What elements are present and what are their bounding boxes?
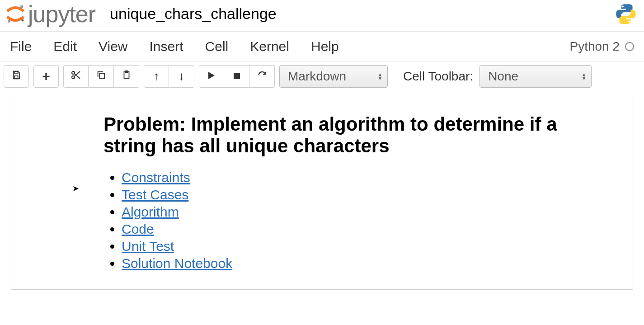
- paste-icon: [122, 70, 132, 83]
- menu-help[interactable]: Help: [311, 39, 339, 54]
- arrow-up-icon: ↑: [154, 69, 160, 83]
- save-button[interactable]: [4, 65, 29, 88]
- copy-button[interactable]: [89, 65, 114, 88]
- refresh-icon: [257, 70, 267, 83]
- cell-toolbar-value: None: [488, 69, 518, 84]
- run-button[interactable]: [199, 65, 224, 88]
- toolbar: + ↑ ↓: [0, 61, 644, 91]
- plus-icon: +: [42, 69, 50, 84]
- restart-button[interactable]: [249, 65, 275, 88]
- svg-point-2: [22, 19, 24, 21]
- list-item: Solution Notebook: [122, 256, 604, 271]
- toc-list: Constraints Test Cases Algorithm Code Un…: [103, 170, 604, 271]
- cell-type-select[interactable]: Markdown ▲▼: [279, 65, 388, 88]
- svg-point-8: [72, 76, 75, 79]
- move-up-button[interactable]: ↑: [144, 65, 169, 88]
- markdown-cell[interactable]: Problem: Implement an algorithm to deter…: [11, 97, 633, 290]
- svg-rect-5: [14, 71, 18, 74]
- menu-insert[interactable]: Insert: [150, 39, 183, 54]
- menu-file[interactable]: File: [10, 39, 32, 54]
- problem-heading: Problem: Implement an algorithm to deter…: [103, 113, 604, 157]
- paste-button[interactable]: [114, 65, 139, 88]
- python-kernel-logo-icon: [613, 1, 639, 27]
- svg-point-7: [72, 71, 75, 74]
- jupyter-logo-icon: [5, 4, 25, 24]
- jupyter-logo[interactable]: jupyter: [5, 0, 95, 28]
- menu-edit[interactable]: Edit: [53, 39, 77, 54]
- notebook-name[interactable]: unique_chars_challenge: [110, 5, 277, 23]
- toc-link-code[interactable]: Code: [122, 221, 154, 236]
- cell-toolbar-select[interactable]: None ▲▼: [479, 65, 592, 88]
- menu-cell[interactable]: Cell: [205, 39, 229, 54]
- list-item: Algorithm: [122, 204, 604, 220]
- add-cell-button[interactable]: +: [33, 65, 59, 88]
- scissors-icon: [71, 70, 81, 83]
- move-button-group: ↑ ↓: [144, 65, 194, 88]
- svg-rect-6: [14, 75, 18, 78]
- kernel-name: Python 2: [569, 39, 620, 54]
- cell-toolbar-label: Cell Toolbar:: [403, 69, 473, 84]
- interrupt-button[interactable]: [224, 65, 249, 88]
- svg-rect-9: [99, 73, 104, 78]
- cut-button[interactable]: [63, 65, 89, 88]
- toc-link-testcases[interactable]: Test Cases: [122, 187, 188, 202]
- run-button-group: [199, 65, 275, 88]
- kernel-idle-indicator-icon: [625, 42, 634, 51]
- menu-kernel[interactable]: Kernel: [250, 39, 289, 54]
- toc-link-algorithm[interactable]: Algorithm: [122, 204, 179, 219]
- kernel-status: Python 2: [562, 39, 634, 54]
- save-icon: [11, 70, 21, 83]
- jupyter-logo-text: jupyter: [28, 0, 95, 28]
- notebook-area: Problem: Implement an algorithm to deter…: [0, 91, 644, 295]
- svg-point-1: [8, 20, 10, 23]
- menubar: File Edit View Insert Cell Kernel Help P…: [0, 32, 644, 61]
- menu-view[interactable]: View: [99, 39, 127, 54]
- copy-icon: [96, 70, 106, 83]
- svg-point-0: [20, 5, 24, 8]
- toc-link-solution[interactable]: Solution Notebook: [122, 256, 232, 271]
- svg-point-3: [622, 5, 624, 7]
- play-icon: [207, 70, 216, 83]
- arrow-down-icon: ↓: [179, 69, 184, 83]
- move-down-button[interactable]: ↓: [169, 65, 194, 88]
- edit-button-group: [63, 65, 139, 88]
- stop-icon: [233, 70, 241, 83]
- list-item: Constraints: [122, 170, 604, 185]
- toc-link-constraints[interactable]: Constraints: [122, 170, 190, 185]
- list-item: Unit Test: [122, 239, 604, 254]
- svg-marker-12: [208, 72, 215, 79]
- list-item: Test Cases: [122, 187, 604, 203]
- svg-point-4: [628, 20, 630, 22]
- cell-type-value: Markdown: [288, 69, 346, 84]
- select-carets-icon: ▲▼: [377, 73, 383, 80]
- list-item: Code: [122, 221, 604, 237]
- select-carets-icon: ▲▼: [581, 73, 587, 80]
- toc-link-unittest[interactable]: Unit Test: [122, 239, 174, 254]
- svg-rect-13: [234, 73, 240, 79]
- notebook-header: jupyter unique_chars_challenge: [0, 0, 644, 32]
